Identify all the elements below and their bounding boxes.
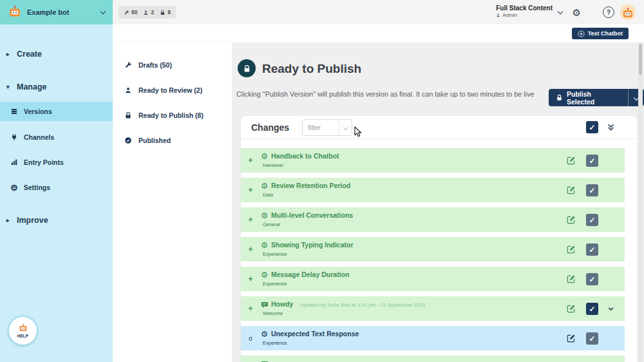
sidebar-item-channels[interactable]: Channels [0,128,113,147]
mouse-cursor [354,126,362,138]
wrench-icon [124,61,132,69]
chat-icon [261,301,269,309]
person-icon [124,86,132,94]
person-icon [143,10,149,15]
top-bar: 50 2 8 Full Stack Content Admin ? [113,0,644,24]
published-label: Published [138,137,171,144]
row-checkbox[interactable] [586,243,598,256]
nav-item-ready-to-review[interactable]: Ready to Review (2) [113,81,232,100]
sidebar-section-manage[interactable]: ▾ Manage [0,80,113,94]
row-checkbox[interactable] [586,273,598,285]
scrollbar-thumb[interactable] [639,44,642,75]
added-marker: + [246,215,255,224]
nav-item-drafts[interactable]: Drafts (50) [113,55,232,75]
edit-icon[interactable] [567,186,576,195]
change-title: Message Delay Duration [271,271,349,278]
select-all-checkbox[interactable] [586,121,598,133]
settings-label: Settings [24,184,50,191]
edit-icon[interactable] [567,156,576,165]
edit-icon[interactable] [567,215,576,224]
change-row-howdy[interactable]: + Howdy Updated by Sofie Bird at 3:26 pm… [241,296,625,321]
sidebar: ▸ Create ▾ Manage Versions Channels Entr… [0,24,113,362]
added-marker: + [246,304,255,313]
bot-avatar-icon [8,5,22,19]
sidebar-item-entry-points[interactable]: Entry Points [0,153,113,172]
play-icon [578,30,585,37]
change-row-partial[interactable] [241,356,625,362]
expand-all-icon[interactable] [606,122,616,132]
row-checkbox[interactable] [586,184,598,196]
row-checkbox[interactable] [586,155,598,167]
gear-icon [261,211,268,220]
row-checkbox[interactable] [586,332,598,345]
edit-icon[interactable] [567,304,576,313]
main-content: Ready to Publish Clicking "Publish Versi… [232,43,644,362]
change-row[interactable]: + Review Retention Period Data [241,178,625,202]
sidebar-section-improve[interactable]: ▸ Improve [0,213,113,227]
change-title: Review Retention Period [271,182,350,189]
change-row[interactable]: + Handback to Chatbot Handover [241,148,625,173]
edit-icon[interactable] [567,274,576,283]
sidebar-item-settings[interactable]: Settings [0,178,113,197]
change-row-modified[interactable]: o Unexpected Text Response Experience [241,326,625,350]
gear-icon [261,330,268,339]
drafts-count: 50 [131,9,137,15]
account-info: Full Stack Content Admin [496,5,553,18]
triangle-down-icon: ▾ [6,84,12,90]
publish-stat: 8 [160,9,171,15]
ready-to-publish-label: Ready to Publish (8) [138,111,204,119]
change-row[interactable]: + Multi-level Conversations General [241,207,625,232]
nav-item-published[interactable]: Published [113,131,232,150]
row-checkbox[interactable] [586,303,598,315]
review-count: 2 [151,9,154,15]
sidebar-item-versions[interactable]: Versions [0,102,113,121]
triangle-right-icon: ▸ [6,51,12,57]
change-category: Experience [263,251,287,257]
change-category: Handover [263,162,284,168]
versions-stack-icon [10,108,18,115]
publish-selected-button[interactable]: Publish Selected [549,89,629,106]
account-name: Full Stack Content [496,5,553,12]
bot-name: Example bot [27,8,69,16]
change-row[interactable]: + Message Delay Duration Experience [241,267,625,291]
entry-points-label: Entry Points [24,158,64,166]
filter-dropdown[interactable]: filter [302,119,352,136]
user-avatar[interactable] [620,5,636,20]
lock-icon [160,10,166,15]
bot-selector[interactable]: Example bot [0,0,113,24]
test-chatbot-button[interactable]: Test Chatbot [572,28,629,39]
filter-placeholder: filter [303,124,339,131]
account-menu-chevron-icon[interactable] [558,9,563,14]
publish-count: 8 [167,9,171,15]
help-label: HELP [17,334,28,338]
chevron-down-icon[interactable] [607,305,615,313]
gear-icon [261,241,268,250]
drafts-label: Drafts (50) [138,61,172,69]
change-title: Handback to Chatbot [271,152,339,160]
help-floating-button[interactable]: HELP [9,317,37,345]
edit-icon[interactable] [567,245,576,254]
help-icon[interactable]: ? [603,6,614,18]
change-title: Showing Typing Indicator [271,241,354,249]
edit-icon[interactable] [567,334,576,343]
modified-marker: o [246,335,255,342]
change-row[interactable]: + Showing Typing Indicator Experience [241,237,625,262]
sidebar-section-create[interactable]: ▸ Create [0,47,113,61]
settings-gear-icon[interactable] [573,7,581,18]
change-category: Data [263,192,273,198]
person-icon [496,13,500,17]
scrollbar [638,43,643,362]
nav-item-ready-to-publish[interactable]: Ready to Publish (8) [113,106,232,125]
change-meta: Updated by Sofie Bird at 3:26 pm - 21 Se… [299,302,425,308]
added-marker: + [246,274,255,283]
review-stat: 2 [143,9,154,15]
change-title: Multi-level Conversations [271,211,353,219]
change-title: Howdy [271,300,293,308]
changes-header: Changes filter [241,116,638,139]
row-checkbox[interactable] [586,214,598,226]
versions-nav: Drafts (50) Ready to Review (2) Ready to… [113,43,232,362]
avatar-robot-icon [621,7,634,20]
sidebar-improve-label: Improve [17,216,48,225]
added-marker: + [246,245,255,254]
change-title: Unexpected Text Response [271,330,359,338]
